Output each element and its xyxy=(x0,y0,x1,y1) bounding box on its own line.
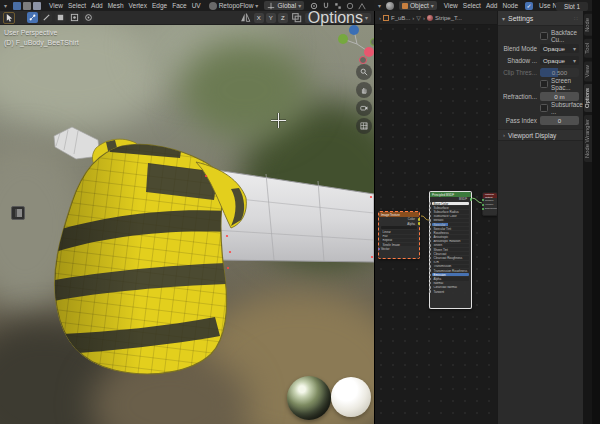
socket-icon[interactable] xyxy=(482,208,484,210)
bee-shirt-mesh[interactable] xyxy=(0,0,374,424)
socket-icon[interactable] xyxy=(429,278,431,280)
menu-item-vertex[interactable]: Vertex xyxy=(127,2,149,9)
screen-space-refraction-checkbox[interactable] xyxy=(540,80,548,88)
sidebar-tab-view[interactable]: View xyxy=(584,61,592,81)
blend-mode-dropdown[interactable]: Opaque▾ xyxy=(540,44,579,53)
menu-item-uv[interactable]: UV xyxy=(190,2,203,9)
mode-icon-cluster[interactable] xyxy=(13,2,41,10)
image-texture-node[interactable]: Image Texture ColorAlpha LinearFlatRepea… xyxy=(378,211,420,259)
node-property-row-ior[interactable]: IOR xyxy=(432,260,469,264)
socket-icon[interactable] xyxy=(429,223,431,225)
clip-threshold-slider[interactable]: 0.500 xyxy=(540,68,579,77)
node-title[interactable]: Image Texture xyxy=(379,212,419,217)
annotation-chip[interactable] xyxy=(11,206,25,220)
socket-icon[interactable] xyxy=(429,269,431,271)
transform-orientation-dropdown[interactable]: Global ▾ xyxy=(264,1,304,10)
socket-icon[interactable] xyxy=(429,253,431,255)
snap-overlap-icon[interactable] xyxy=(291,12,302,23)
node-dropdown-row-flat[interactable]: Flat xyxy=(381,234,417,238)
socket-icon[interactable] xyxy=(429,265,431,267)
node-dropdown-row-linear[interactable]: Linear xyxy=(381,230,417,234)
material-slot-dropdown[interactable]: Slot 1 xyxy=(556,2,588,11)
socket-icon[interactable] xyxy=(429,257,431,259)
socket-icon[interactable] xyxy=(429,244,431,246)
node-property-row-roughness[interactable]: Roughness xyxy=(432,231,469,235)
mirror-icon[interactable] xyxy=(240,12,251,23)
sidebar-tab-options[interactable]: Options xyxy=(584,84,592,112)
retopoflow-menu[interactable]: RetopoFlow ▾ xyxy=(209,2,259,10)
menu-item-mesh[interactable]: Mesh xyxy=(106,2,126,9)
socket-icon[interactable] xyxy=(429,202,431,204)
socket-icon[interactable] xyxy=(429,282,431,284)
perspective-toggle-button[interactable] xyxy=(356,118,372,134)
sidebar-tab-tool[interactable]: Tool xyxy=(584,39,592,58)
shader-type-dropdown[interactable]: Object ▾ xyxy=(399,1,437,10)
pan-tool-button[interactable] xyxy=(356,82,372,98)
socket-icon[interactable] xyxy=(429,290,431,292)
menu-item-view[interactable]: View xyxy=(47,2,65,9)
socket-icon[interactable] xyxy=(378,248,380,250)
active-tool-button[interactable] xyxy=(3,12,15,24)
select-mode-face-button[interactable] xyxy=(55,12,66,23)
node-property-row-metallic[interactable]: Metallic xyxy=(432,219,469,223)
socket-icon[interactable] xyxy=(482,204,484,206)
node-property-row-tangent[interactable]: Tangent xyxy=(432,290,469,294)
socket-icon[interactable] xyxy=(429,228,431,230)
principled-bsdf-node[interactable]: Principled BSDF BSDF Base ColorSubsurfac… xyxy=(429,191,472,309)
sidebar-tab-node[interactable]: Node xyxy=(584,14,592,36)
node-property-row-emission[interactable]: Emission xyxy=(432,273,469,277)
socket-icon[interactable] xyxy=(429,248,431,250)
menu-item-view[interactable]: View xyxy=(442,2,460,9)
socket-icon[interactable] xyxy=(429,215,431,217)
viewport-display-panel[interactable]: › Viewport Display xyxy=(498,129,583,141)
node-property-row-subsurface-color[interactable]: Subsurface Color xyxy=(432,214,469,218)
socket-icon[interactable] xyxy=(429,274,431,276)
options-dropdown[interactable]: Options ▾ xyxy=(305,13,371,23)
vector-input-row[interactable]: Vector xyxy=(381,247,417,251)
subsurface-translucency-checkbox[interactable] xyxy=(540,104,548,112)
menu-item-face[interactable]: Face xyxy=(170,2,188,9)
overlay-toggle-button[interactable] xyxy=(83,12,94,23)
shadow-mode-dropdown[interactable]: Opaque▾ xyxy=(540,56,579,65)
node-property-row-transmission[interactable]: Transmission xyxy=(432,265,469,269)
socket-icon[interactable] xyxy=(418,222,420,224)
socket-icon[interactable] xyxy=(429,232,431,234)
node-property-row-anisotropic-rotation[interactable]: Anisotropic Rotation xyxy=(432,239,469,243)
axis-toggle-button-x[interactable]: X xyxy=(254,13,264,23)
menu-item-edge[interactable]: Edge xyxy=(150,2,169,9)
socket-icon[interactable] xyxy=(482,199,484,201)
bsdf-output-row[interactable]: BSDF xyxy=(432,198,469,202)
socket-icon[interactable] xyxy=(429,207,431,209)
panel-grip-icon[interactable]: :: xyxy=(574,15,579,21)
node-title[interactable]: Material Output xyxy=(483,193,497,198)
editor-type-chevron-icon[interactable]: ▾ xyxy=(4,2,7,9)
socket-icon[interactable] xyxy=(429,211,431,213)
node-dropdown-row-repeat[interactable]: Repeat xyxy=(381,239,417,243)
image-selector-row[interactable] xyxy=(381,226,417,230)
axis-toggle-button-z[interactable]: Z xyxy=(278,13,288,23)
settings-panel-header[interactable]: ▾ Settings :: xyxy=(498,11,583,26)
pass-index-field[interactable]: 0 xyxy=(540,116,579,125)
menu-item-node[interactable]: Node xyxy=(500,2,520,9)
menu-item-add[interactable]: Add xyxy=(89,2,105,9)
node-property-row-sheen-tint[interactable]: Sheen Tint xyxy=(432,248,469,252)
node-input-row-displacement[interactable]: Displacement xyxy=(485,207,495,211)
node-property-row-subsurface-radius[interactable]: Subsurface Radius xyxy=(432,210,469,214)
node-property-row-clearcoat[interactable]: Clearcoat xyxy=(432,252,469,256)
backface-culling-checkbox[interactable] xyxy=(540,32,548,40)
node-input-row-volume[interactable]: Volume xyxy=(485,203,495,207)
node-input-row-surface[interactable]: Surface xyxy=(485,199,495,203)
viewport-scene[interactable] xyxy=(0,0,374,424)
menu-item-add[interactable]: Add xyxy=(484,2,500,9)
socket-icon[interactable] xyxy=(429,219,431,221)
select-mode-vertex-button[interactable] xyxy=(27,12,38,23)
node-property-row-clearcoat-roughness[interactable]: Clearcoat Roughness xyxy=(432,256,469,260)
node-title[interactable]: Principled BSDF xyxy=(430,192,471,197)
node-property-row-specular[interactable]: Specular xyxy=(432,223,469,227)
node-property-row-clearcoat-normal[interactable]: Clearcoat Normal xyxy=(432,286,469,290)
node-property-row-subsurface[interactable]: Subsurface xyxy=(432,206,469,210)
editor-type-chevron-icon[interactable]: ▾ xyxy=(378,2,381,9)
node-property-row-specular-tint[interactable]: Specular Tint xyxy=(432,227,469,231)
sidebar-tab-node-wrangler[interactable]: Node Wrangler xyxy=(584,115,592,162)
node-property-row-anisotropic[interactable]: Anisotropic xyxy=(432,235,469,239)
